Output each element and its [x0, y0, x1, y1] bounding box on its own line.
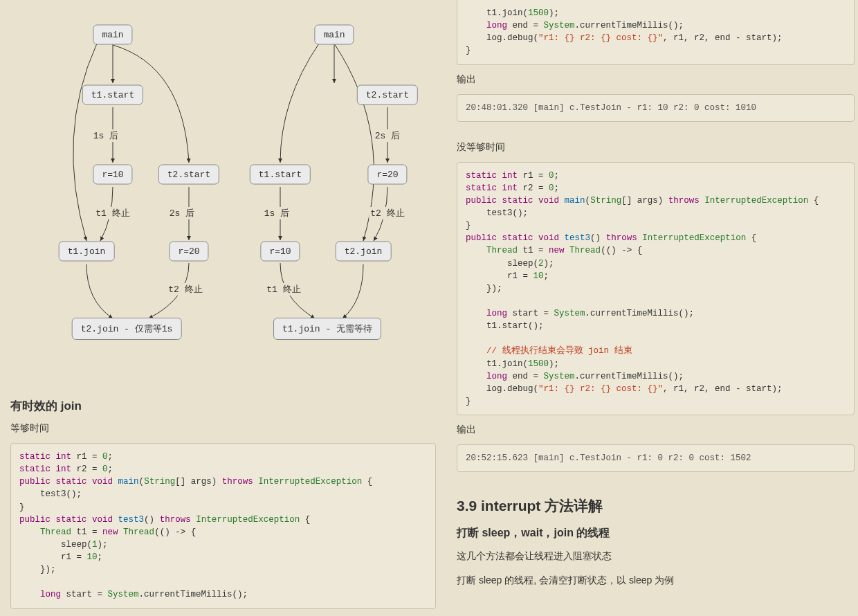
label-2s-right: 2s 后	[374, 129, 401, 142]
heading-39-interrupt: 3.9 interrupt 方法详解	[457, 496, 855, 516]
paragraph-1: 这几个方法都会让线程进入阻塞状态	[457, 547, 855, 565]
node-t1start-left: t1.start	[82, 85, 143, 105]
diagram-edges	[10, 10, 439, 370]
code-block-not-enough: static int r1 = 0; static int r2 = 0; pu…	[457, 162, 855, 415]
label-1s-left: 1s 后	[92, 129, 120, 142]
output-block-1: 20:48:01.320 [main] c.TestJoin - r1: 10 …	[457, 94, 855, 122]
label-t2end-left: t2 终止	[167, 283, 203, 296]
heading-break-threads: 打断 sleep，wait，join 的线程	[457, 526, 855, 541]
label-2s-left: 2s 后	[168, 207, 196, 219]
node-r10-left: r=10	[93, 165, 132, 185]
flowchart-diagram: main t1.start r=10 t2.start r=20 t1.join…	[10, 10, 439, 370]
node-r10-right: r=10	[260, 242, 300, 262]
label-output-2: 输出	[457, 424, 855, 436]
label-t1end-right: t1 终止	[265, 283, 302, 296]
node-r20-left: r=20	[169, 242, 208, 262]
code-block-enough-time: static int r1 = 0; static int r2 = 0; pu…	[10, 443, 436, 609]
label-t2end-right: t2 终止	[369, 207, 405, 219]
node-t1start-right: t1.start	[250, 165, 311, 185]
label-1s-right: 1s 后	[263, 207, 291, 219]
node-t2start-left: t2.start	[158, 165, 219, 185]
label-output-1: 输出	[457, 73, 855, 86]
node-t2join-left: t2.join - 仅需等1s	[72, 318, 182, 340]
label-t1end-left: t1 终止	[94, 207, 131, 219]
node-main-left: main	[93, 25, 132, 45]
node-t1join-right: t1.join - 无需等待	[273, 318, 381, 340]
node-t2join-right: t2.join	[336, 242, 392, 262]
left-column: main t1.start r=10 t2.start r=20 t1.join…	[0, 0, 443, 616]
node-t2start-right: t2.start	[357, 85, 418, 105]
heading-timed-join: 有时效的 join	[10, 398, 436, 414]
output-block-2: 20:52:15.623 [main] c.TestJoin - r1: 0 r…	[457, 444, 855, 472]
node-r20-right: r=20	[367, 165, 407, 185]
paragraph-2: 打断 sleep 的线程, 会清空打断状态，以 sleep 为例	[457, 572, 855, 589]
node-main-right: main	[314, 25, 354, 45]
label-enough-time: 等够时间	[10, 422, 436, 435]
right-column: t1.join(1500); long end = System.current…	[443, 0, 858, 616]
label-not-enough-time: 没等够时间	[457, 141, 855, 154]
document-page: main t1.start r=10 t2.start r=20 t1.join…	[0, 0, 858, 616]
node-t1join-left: t1.join	[59, 242, 115, 262]
code-block-fragment-top: t1.join(1500); long end = System.current…	[457, 0, 855, 65]
